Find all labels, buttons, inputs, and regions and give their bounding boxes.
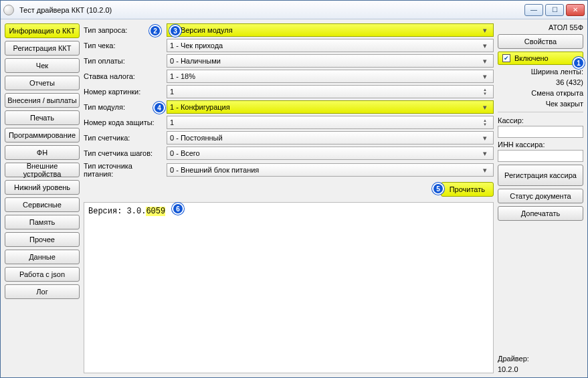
chevron-down-icon: ▾ <box>480 39 490 52</box>
chevron-down-icon: ▾ <box>480 132 490 144</box>
properties-button[interactable]: Свойства <box>498 34 583 49</box>
sidebar-item-13[interactable]: Данные <box>5 250 80 264</box>
spinner-buttons[interactable]: ▲▼ <box>480 86 490 98</box>
tip-zaprosa-select[interactable]: 2 - Версия модуля ▾ <box>167 23 494 37</box>
titlebar: Тест драйвера ККТ (10.2.0) — ☐ ✕ <box>1 1 587 19</box>
tip-oplaty-label: Тип оплаты: <box>84 57 163 65</box>
callout-badge-1: 1 <box>573 57 585 69</box>
inn-input[interactable] <box>498 150 583 162</box>
sidebar-item-6[interactable]: Программирование <box>5 128 80 143</box>
sidebar-item-4[interactable]: Внесения / выплаты <box>5 93 80 108</box>
maximize-button[interactable]: ☐ <box>545 4 564 16</box>
sidebar-item-9[interactable]: Нижний уровень <box>5 180 80 195</box>
read-button[interactable]: Прочитать <box>441 182 494 197</box>
sidebar-item-2[interactable]: Чек <box>5 58 80 73</box>
nomer-kartinki-spinner[interactable]: 1 ▲▼ <box>167 85 494 98</box>
sidebar-item-label: Память <box>29 218 55 226</box>
tip-istochnika-select[interactable]: 0 - Внешний блок питания ▾ <box>167 163 494 177</box>
inn-label: ИНН кассира: <box>498 140 583 149</box>
chevron-down-icon: ▾ <box>480 24 490 36</box>
device-name: АТОЛ 55Ф <box>498 23 583 31</box>
print-more-label: Допечатать <box>521 209 561 217</box>
enabled-checkbox[interactable]: ✔ Включено <box>498 52 583 65</box>
kassir-block: Кассир: <box>498 116 583 138</box>
close-button[interactable]: ✕ <box>566 4 585 16</box>
tip-istochnika-value: 0 - Внешний блок питания <box>170 166 259 174</box>
window-body: Информация о ККТРегистрация ККТЧекОтчеты… <box>1 19 587 377</box>
sidebar-item-15[interactable]: Лог <box>5 284 80 299</box>
kassir-label: Кассир: <box>498 116 583 124</box>
tip-schetchika-shagov-select[interactable]: 0 - Всего ▾ <box>167 147 494 160</box>
window-title: Тест драйвера ККТ (10.2.0) <box>18 6 520 14</box>
center-panel: Тип запроса: 2 - Версия модуля ▾ Тип чек… <box>84 23 494 373</box>
nomer-koda-label: Номер кода защиты: <box>84 118 163 126</box>
driver-label: Драйвер: <box>498 355 583 363</box>
sidebar-item-label: Лог <box>36 288 47 296</box>
chevron-down-icon: ▾ <box>480 101 490 113</box>
app-icon <box>3 5 14 15</box>
properties-button-label: Свойства <box>524 37 557 45</box>
nomer-kartinki-label: Номер картинки: <box>84 88 163 96</box>
separator <box>498 112 583 112</box>
tip-schetchika-shagov-value: 0 - Всего <box>170 149 200 157</box>
sidebar-item-11[interactable]: Память <box>5 215 80 229</box>
shift-status: Смена открыта <box>498 89 583 97</box>
sidebar-item-label: Нижний уровень <box>14 183 70 191</box>
nomer-kartinki-value: 1 <box>170 88 174 96</box>
tip-schetchika-value: 0 - Постоянный <box>170 134 223 142</box>
sidebar-item-label: Чек <box>36 62 48 70</box>
sidebar-item-14[interactable]: Работа с json <box>5 267 80 282</box>
sidebar-item-5[interactable]: Печать <box>5 110 80 125</box>
sidebar-item-12[interactable]: Прочее <box>5 232 80 247</box>
tip-oplaty-value: 0 - Наличными <box>170 57 221 65</box>
tip-cheka-label: Тип чека: <box>84 41 163 50</box>
chevron-down-icon: ▾ <box>480 164 490 176</box>
tip-schetchika-shagov-label: Тип счетчика шагов: <box>84 149 163 157</box>
sidebar-item-label: Внешние устройства <box>7 162 78 178</box>
sidebar-item-label: Регистрация ККТ <box>13 44 72 52</box>
sidebar-item-label: Работа с json <box>19 270 65 278</box>
register-cashier-button[interactable]: Регистрация кассира <box>498 165 583 186</box>
sidebar-item-0[interactable]: Информация о ККТ <box>5 23 80 38</box>
stavka-naloga-select[interactable]: 1 - 18% ▾ <box>167 70 494 83</box>
sidebar-item-label: Информация о ККТ <box>9 27 75 35</box>
chevron-down-icon: ▾ <box>480 147 490 159</box>
doc-status-label: Статус документа <box>510 192 571 200</box>
nomer-koda-spinner[interactable]: 1 ▲▼ <box>167 116 494 129</box>
stavka-naloga-value: 1 - 18% <box>170 72 195 80</box>
callout-badge-4: 4 <box>153 102 165 114</box>
callout-badge-3: 3 <box>169 25 181 37</box>
tip-cheka-select[interactable]: 1 - Чек прихода ▾ <box>167 39 494 52</box>
sidebar-item-label: Прочее <box>29 235 55 244</box>
tip-schetchika-label: Тип счетчика: <box>84 134 163 142</box>
sidebar-item-3[interactable]: Отчеты <box>5 76 80 90</box>
sidebar-item-7[interactable]: ФН <box>5 145 80 160</box>
output-prefix: Версия: 3.0. <box>88 207 146 216</box>
stavka-naloga-label: Ставка налога: <box>84 72 163 80</box>
sidebar-item-10[interactable]: Сервисные <box>5 197 80 212</box>
callout-badge-2: 2 <box>149 25 161 37</box>
print-more-button[interactable]: Допечатать <box>498 206 583 221</box>
tip-schetchika-select[interactable]: 0 - Постоянный ▾ <box>167 131 494 145</box>
tape-width-value: 36 (432) <box>498 78 583 86</box>
callout-badge-5: 5 <box>432 183 444 195</box>
form-grid: Тип запроса: 2 - Версия модуля ▾ Тип чек… <box>84 23 494 178</box>
sidebar-item-1[interactable]: Регистрация ККТ <box>5 41 80 56</box>
enabled-label: Включено <box>514 54 549 62</box>
read-button-label: Прочитать <box>450 185 485 193</box>
doc-status-button[interactable]: Статус документа <box>498 189 583 203</box>
spinner-buttons[interactable]: ▲▼ <box>480 116 490 128</box>
tip-modulya-select[interactable]: 1 - Конфигурация ▾ <box>167 100 494 114</box>
nomer-koda-value: 1 <box>170 118 174 126</box>
kassir-input[interactable] <box>498 126 583 138</box>
tip-oplaty-select[interactable]: 0 - Наличными ▾ <box>167 54 494 68</box>
sidebar-item-label: Программирование <box>9 131 76 139</box>
output-pane[interactable]: Версия: 3.0.6059 <box>84 202 494 373</box>
callout-badge-6: 6 <box>172 203 184 215</box>
tip-modulya-value: 1 - Конфигурация <box>170 103 230 111</box>
minimize-button[interactable]: — <box>524 4 543 16</box>
sidebar-item-8[interactable]: Внешние устройства <box>5 163 80 177</box>
right-panel: АТОЛ 55Ф Свойства ✔ Включено Ширина лент… <box>498 23 583 373</box>
inn-block: ИНН кассира: <box>498 140 583 162</box>
sidebar: Информация о ККТРегистрация ККТЧекОтчеты… <box>5 23 80 373</box>
